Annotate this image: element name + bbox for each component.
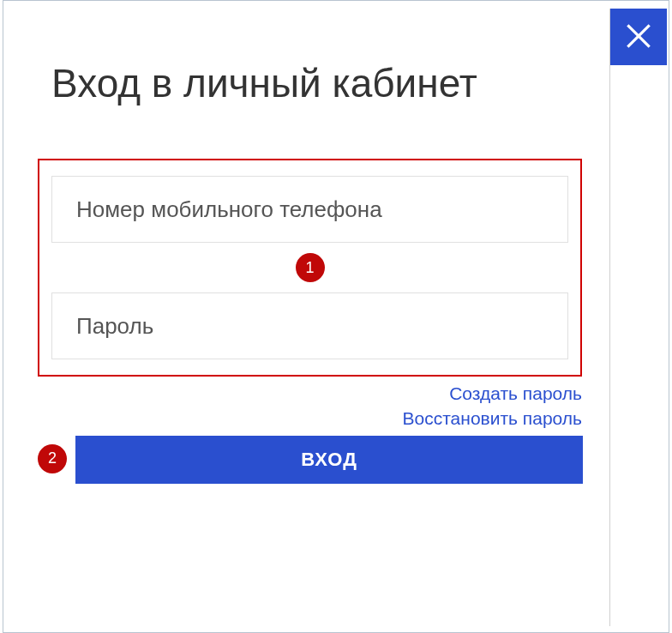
create-password-link[interactable]: Создать пароль <box>38 382 582 406</box>
password-links: Создать пароль Восстановить пароль <box>38 377 582 434</box>
credentials-highlight: 1 <box>38 159 582 377</box>
close-button[interactable] <box>610 9 667 65</box>
login-row: 2 ВХОД <box>38 436 582 484</box>
login-modal: Вход в личный кабинет 1 Создать пароль В… <box>10 9 610 626</box>
annotation-badge-2: 2 <box>38 444 67 473</box>
close-icon <box>622 20 655 55</box>
login-form: 1 Создать пароль Восстановить пароль 2 В… <box>38 159 582 484</box>
annotation-badge-1: 1 <box>296 253 325 282</box>
phone-input[interactable] <box>51 176 568 243</box>
input-spacer: 1 <box>51 243 568 292</box>
password-input[interactable] <box>51 292 568 359</box>
restore-password-link[interactable]: Восстановить пароль <box>38 407 582 431</box>
modal-title: Вход в личный кабинет <box>10 9 609 116</box>
login-button[interactable]: ВХОД <box>75 436 583 484</box>
